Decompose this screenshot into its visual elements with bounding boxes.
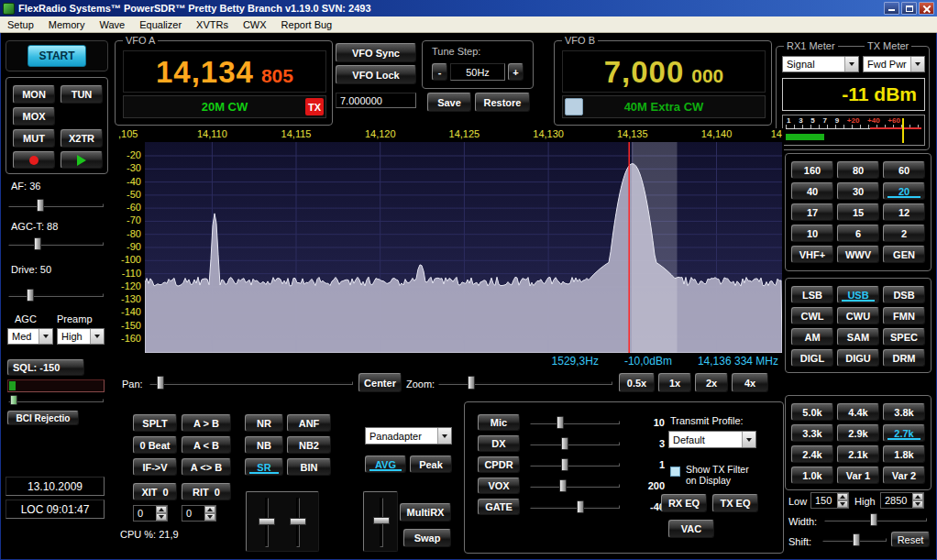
transmit-profile-select[interactable]: Default [668, 431, 756, 448]
band-vhf--button[interactable]: VHF+ [791, 246, 833, 263]
menu-item-equalizer[interactable]: Equalizer [132, 17, 189, 32]
spectrum-plot[interactable] [145, 142, 782, 353]
sql-button[interactable]: SQL: -150 [7, 359, 84, 376]
mode-fmn-button[interactable]: FMN [883, 307, 925, 324]
dropdown-arrow-icon[interactable] [437, 428, 451, 444]
menu-item-memory[interactable]: Memory [41, 17, 93, 32]
filter-5-0k-button[interactable]: 5.0k [791, 403, 833, 421]
vertical-slider-thumb[interactable] [373, 517, 390, 524]
spin-down-icon[interactable] [204, 513, 215, 521]
dropdown-arrow-icon[interactable] [844, 57, 858, 71]
maximize-button[interactable] [901, 2, 917, 15]
filter-var-2-button[interactable]: Var 2 [883, 467, 925, 484]
mic-slider[interactable] [529, 415, 621, 430]
band-60-button[interactable]: 60 [883, 161, 925, 179]
tx-eq-button[interactable]: TX EQ [712, 494, 758, 512]
dropdown-arrow-icon[interactable] [90, 329, 104, 344]
vertical-slider-thumb[interactable] [259, 518, 275, 525]
spin-down-icon[interactable] [837, 500, 848, 508]
vfo-entry-field[interactable]: 7.000000 [336, 93, 416, 108]
a-swap-b-button[interactable]: A <> B [182, 458, 231, 476]
spin-up-icon[interactable] [837, 493, 848, 500]
drive-slider[interactable] [7, 288, 105, 302]
sql-slider[interactable] [7, 394, 105, 406]
vfo-lock-button[interactable]: VFO Lock [336, 65, 416, 84]
cpdr-slider-thumb[interactable] [561, 458, 568, 471]
vox-slider-thumb[interactable] [559, 479, 567, 492]
band-160-button[interactable]: 160 [791, 161, 833, 179]
filter-var-1-button[interactable]: Var 1 [837, 467, 879, 484]
mode-digl-button[interactable]: DIGL [791, 349, 833, 367]
sql-slider-thumb[interactable] [10, 395, 17, 405]
band-2-button[interactable]: 2 [883, 225, 925, 242]
play-button[interactable] [61, 151, 103, 169]
mut-button[interactable]: MUT [13, 129, 55, 148]
zoom-05x-button[interactable]: 0.5x [619, 373, 655, 392]
nb2-button[interactable]: NB2 [287, 436, 331, 454]
vertical-slider-2[interactable] [287, 496, 309, 549]
band-80-button[interactable]: 80 [837, 161, 879, 179]
x2tr-button[interactable]: X2TR [61, 129, 103, 148]
mode-drm-button[interactable]: DRM [883, 349, 925, 367]
agct-slider[interactable] [7, 236, 105, 251]
filter-high-spinner[interactable]: 2850 [880, 492, 924, 509]
nb-button[interactable]: NB [245, 436, 283, 454]
spin-up-icon[interactable] [204, 506, 215, 513]
zoom-1x-button[interactable]: 1x [658, 373, 691, 392]
agct-slider-thumb[interactable] [34, 237, 41, 250]
cpdr-slider[interactable] [529, 457, 621, 472]
filter-1-0k-button[interactable]: 1.0k [791, 467, 833, 484]
rx-meter-select[interactable]: Signal [782, 56, 859, 72]
zoom-slider[interactable] [437, 375, 613, 390]
multirx-button[interactable]: MultiRX [400, 503, 451, 522]
vfo-b-frequency-display[interactable]: 7,000 000 [562, 50, 766, 93]
mode-lsb-button[interactable]: LSB [791, 286, 833, 303]
mode-cwu-button[interactable]: CWU [837, 307, 879, 324]
save-button[interactable]: Save [427, 93, 471, 112]
menu-item-wave[interactable]: Wave [92, 17, 132, 32]
if-to-vfo-button[interactable]: IF->V [133, 458, 177, 476]
shift-slider[interactable] [821, 533, 887, 547]
dropdown-arrow-icon[interactable] [742, 432, 755, 447]
band-10-button[interactable]: 10 [791, 225, 833, 242]
band-wwv-button[interactable]: WWV [837, 246, 879, 263]
menu-item-cwx[interactable]: CWX [236, 17, 274, 32]
dropdown-arrow-icon[interactable] [910, 57, 924, 71]
mode-digu-button[interactable]: DIGU [837, 349, 879, 367]
vox-button[interactable]: VOX [478, 478, 520, 494]
rx-eq-button[interactable]: RX EQ [661, 494, 707, 512]
zoom-2x-button[interactable]: 2x [695, 373, 728, 392]
filter-3-3k-button[interactable]: 3.3k [791, 424, 833, 442]
spin-down-icon[interactable] [156, 513, 167, 521]
drive-slider-thumb[interactable] [27, 289, 34, 302]
filter-2-9k-button[interactable]: 2.9k [837, 424, 879, 442]
avg-button[interactable]: AVG [365, 456, 406, 473]
spin-up-icon[interactable] [156, 506, 167, 513]
filter-low-spinner[interactable]: 150 [810, 492, 849, 509]
band-17-button[interactable]: 17 [791, 203, 833, 221]
xit-spinner[interactable]: 0 [133, 505, 168, 522]
mode-usb-button[interactable]: USB [837, 286, 879, 303]
rit-spinner[interactable]: 0 [182, 505, 216, 522]
pan-slider[interactable] [149, 375, 354, 390]
af-slider[interactable] [7, 198, 105, 213]
spin-up-icon[interactable] [912, 493, 923, 500]
vox-slider[interactable] [529, 478, 621, 493]
peak-button[interactable]: Peak [410, 456, 452, 473]
mon-button[interactable]: MON [13, 85, 55, 104]
menu-item-setup[interactable]: Setup [0, 17, 41, 32]
band-12-button[interactable]: 12 [883, 203, 925, 221]
mox-button[interactable]: MOX [13, 107, 55, 126]
bci-rejection-button[interactable]: BCI Rejectio [7, 411, 79, 425]
tune-step-down-button[interactable]: - [432, 63, 447, 81]
anf-button[interactable]: ANF [287, 414, 331, 432]
tune-step-up-button[interactable]: + [508, 63, 524, 81]
band-gen-button[interactable]: GEN [883, 246, 925, 263]
gate-button[interactable]: GATE [478, 499, 520, 515]
filter-2-7k-button[interactable]: 2.7k [883, 424, 925, 442]
band-15-button[interactable]: 15 [837, 203, 879, 221]
show-tx-filter-checkbox[interactable] [670, 467, 680, 477]
zoom-4x-button[interactable]: 4x [732, 373, 768, 392]
gate-slider[interactable] [529, 500, 621, 514]
xit-button[interactable]: XIT0 [133, 483, 177, 500]
